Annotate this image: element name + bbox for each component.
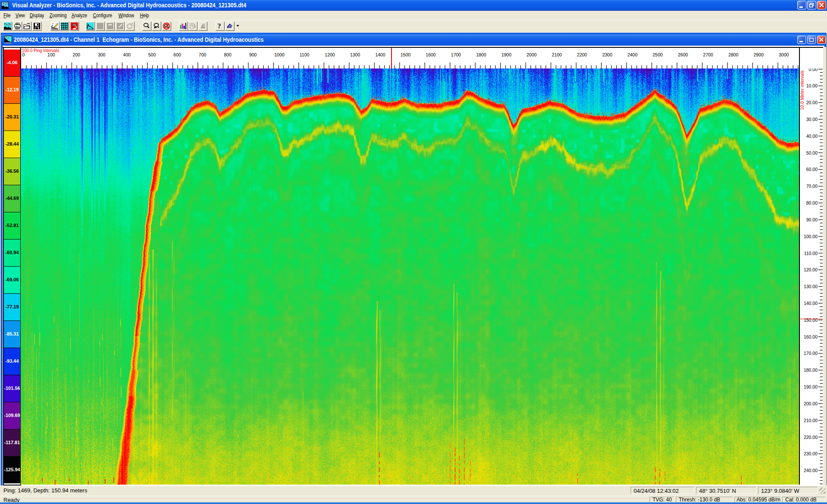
svg-text:2700: 2700	[703, 52, 713, 57]
svg-text:210.00: 210.00	[804, 418, 818, 423]
svg-text:30.00: 30.00	[806, 117, 818, 122]
svg-text:2800: 2800	[728, 52, 739, 57]
svg-text:190.00: 190.00	[804, 384, 818, 389]
svg-text:150.00: 150.00	[804, 317, 818, 323]
svg-text:1100: 1100	[300, 52, 310, 57]
svg-text:2600: 2600	[678, 52, 688, 57]
svg-text:20.00: 20.00	[806, 100, 818, 105]
svg-text:240.00: 240.00	[804, 468, 818, 473]
svg-text:70.00: 70.00	[806, 184, 818, 189]
svg-text:2000: 2000	[527, 52, 537, 57]
svg-text:3000: 3000	[779, 52, 789, 57]
svg-text:500: 500	[148, 52, 156, 57]
svg-text:90.00: 90.00	[806, 217, 818, 222]
svg-text:2100: 2100	[552, 52, 562, 57]
svg-text:200.00: 200.00	[804, 401, 818, 406]
svg-text:2200: 2200	[577, 52, 588, 57]
svg-text:2400: 2400	[628, 52, 638, 57]
svg-text:800: 800	[224, 52, 232, 57]
svg-text:1700: 1700	[451, 52, 461, 57]
svg-text:80.00: 80.00	[806, 200, 818, 205]
svg-text:1900: 1900	[501, 52, 512, 57]
svg-text:170.00: 170.00	[804, 351, 818, 356]
svg-text:1200: 1200	[325, 52, 335, 57]
svg-text:180.00: 180.00	[804, 367, 818, 373]
svg-text:2900: 2900	[753, 52, 764, 57]
svg-text:1000: 1000	[274, 52, 285, 57]
svg-text:220.00: 220.00	[804, 435, 818, 440]
svg-text:1500: 1500	[401, 52, 411, 57]
svg-text:10.00: 10.00	[806, 83, 818, 88]
svg-text:0.00: 0.00	[809, 68, 818, 72]
svg-text:60.00: 60.00	[806, 167, 818, 172]
svg-text:160.00: 160.00	[804, 334, 818, 339]
svg-text:1400: 1400	[375, 52, 386, 57]
svg-text:110.00: 110.00	[804, 251, 818, 256]
svg-text:2300: 2300	[602, 52, 612, 57]
svg-text:140.00: 140.00	[804, 301, 818, 306]
svg-text:?: ?	[218, 22, 221, 30]
svg-text:130.00: 130.00	[804, 284, 818, 289]
svg-text:100.00: 100.00	[804, 234, 818, 239]
svg-text:900: 900	[249, 52, 257, 57]
svg-text:230.00: 230.00	[804, 451, 818, 456]
svg-text:1800: 1800	[476, 52, 486, 57]
svg-text:120.00: 120.00	[804, 267, 818, 272]
svg-text:2500: 2500	[653, 52, 663, 57]
svg-text:40.00: 40.00	[806, 134, 818, 139]
svg-text:50.00: 50.00	[806, 150, 818, 156]
svg-text:1300: 1300	[350, 52, 361, 57]
svg-text:700: 700	[199, 52, 206, 57]
svg-text:1600: 1600	[426, 52, 436, 57]
svg-text:600: 600	[174, 52, 181, 57]
svg-text:400: 400	[123, 52, 131, 57]
